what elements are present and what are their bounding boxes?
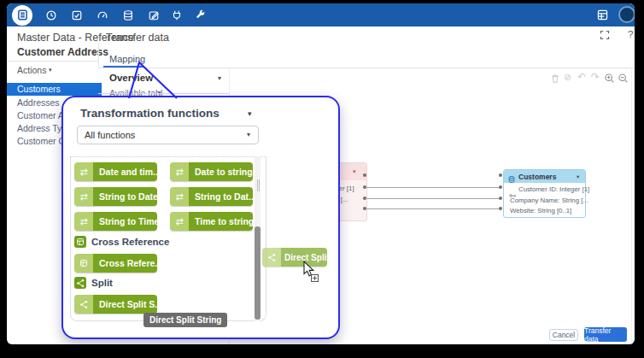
redo-icon[interactable]: ↷ [591, 71, 600, 83]
database-icon [507, 172, 516, 187]
check-square-icon[interactable] [70, 9, 83, 21]
zoom-out-icon[interactable] [618, 72, 629, 87]
swap-icon [74, 187, 93, 206]
function-filter-value: All functions [85, 130, 135, 140]
plug-icon[interactable] [170, 9, 183, 21]
chevron-down-icon[interactable]: ▾ [218, 75, 221, 82]
function-button-string-to-time[interactable]: String to Time [74, 212, 157, 231]
drag-cursor-icon [302, 261, 321, 288]
chevron-down-icon: ▾ [247, 132, 250, 138]
function-button-string-to-date[interactable]: String to Date [74, 187, 157, 206]
split-icon [262, 248, 281, 267]
help-icon[interactable]: ? [628, 29, 633, 39]
transfer-data-button[interactable]: Transfer data [584, 327, 627, 342]
top-navigation-bar [7, 3, 635, 26]
section-header-cross-reference: Cross Reference [91, 237, 169, 247]
scrollbar-mark [257, 179, 258, 191]
cross-reference-icon [74, 236, 86, 248]
swap-icon [74, 212, 93, 231]
scrollbar-mark [259, 179, 260, 191]
cross-reference-icon [74, 254, 93, 273]
active-app-logo[interactable] [12, 5, 32, 26]
scrollbar-thumb[interactable] [255, 226, 261, 320]
connection-port[interactable] [499, 185, 502, 189]
customers-table-row: Website: String [0..1] [510, 207, 571, 214]
chevron-down-icon[interactable]: ▾ [577, 173, 579, 180]
connection-port[interactable] [499, 197, 502, 200]
split-icon [74, 295, 93, 314]
function-button-time-to-string[interactable]: Time to string [170, 212, 253, 231]
function-button-cross-reference[interactable]: Cross Refere... [74, 254, 157, 273]
mapping-connection-line [366, 187, 501, 188]
function-button-string-to-datetime[interactable]: String to Dat... [170, 187, 253, 206]
chevron-down-icon[interactable]: ▾ [353, 168, 356, 175]
function-button-date-to-string[interactable]: Date to string [170, 162, 253, 181]
customers-table-row: Company Name: String [... [510, 197, 588, 204]
customers-table[interactable]: Customers ▾ Customer ID: Integer [1] Com… [503, 169, 586, 218]
undo-icon[interactable]: ↶ [577, 71, 586, 83]
chevron-down-icon[interactable]: ▾ [91, 50, 95, 56]
popup-callout-tail [122, 56, 187, 100]
customers-table-title: Customers [518, 173, 556, 181]
swap-icon [170, 187, 189, 206]
tooltip: Direct Split String [143, 313, 227, 327]
customers-table-row: Customer ID: Integer [1] [518, 185, 589, 193]
page-title: Transfer data [106, 32, 169, 44]
trash-icon[interactable] [550, 72, 560, 87]
database-icon[interactable] [121, 9, 134, 21]
cancel-button[interactable]: Cancel [549, 329, 578, 341]
user-avatar[interactable] [618, 6, 635, 23]
transformation-functions-popup: Transformation functions ▾ All functions… [61, 96, 340, 339]
swap-icon [74, 162, 93, 181]
fullscreen-icon[interactable] [600, 28, 610, 44]
clock-icon[interactable] [44, 9, 57, 21]
popup-title: Transformation functions [80, 107, 220, 120]
edit-square-icon[interactable] [147, 9, 160, 21]
customers-table-header[interactable]: Customers ▾ [504, 170, 585, 183]
function-button-date-and-time[interactable]: Date and tim... [74, 162, 157, 181]
unlink-icon[interactable]: ⊘ [564, 72, 571, 83]
chevron-down-icon[interactable]: ▾ [248, 110, 252, 117]
swap-icon [170, 162, 189, 181]
swap-icon [170, 212, 189, 231]
gauge-icon[interactable] [96, 9, 108, 21]
chevron-down-icon[interactable]: ▾ [49, 67, 52, 73]
database-logo-icon [16, 9, 29, 21]
mapping-connection-line [366, 208, 501, 209]
section-header-split: Split [91, 278, 113, 288]
connection-port[interactable] [499, 173, 502, 177]
connection-port[interactable] [363, 173, 366, 177]
wrench-icon[interactable] [194, 9, 207, 21]
actions-menu[interactable]: Actions [17, 65, 46, 75]
function-filter-select[interactable]: All functions ▾ [77, 126, 259, 144]
zoom-in-icon[interactable] [604, 72, 615, 87]
grid-table-icon[interactable] [596, 9, 609, 21]
app-window: Master Data - Reference Transfer data ? … [7, 3, 635, 344]
sidebar-item-customers[interactable]: Customers [7, 83, 102, 96]
connection-port[interactable] [499, 207, 502, 210]
mapping-connection-line [366, 198, 501, 199]
split-icon [74, 277, 86, 289]
function-button-direct-split-string[interactable]: Direct Split S... [74, 295, 157, 314]
